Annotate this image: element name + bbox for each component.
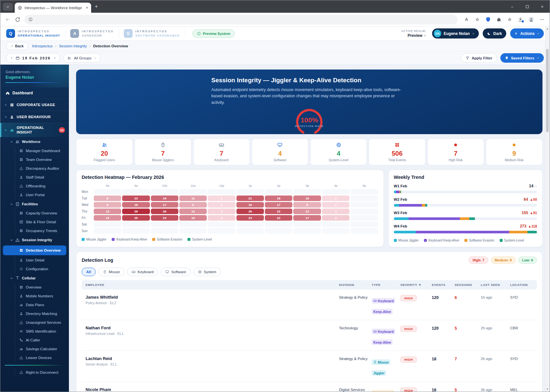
sidebar-item-offboarding[interactable]: Offboarding [0, 182, 69, 191]
heatmap-cell[interactable]: 19 [151, 196, 178, 201]
heatmap-cell[interactable]: 3 [208, 215, 235, 221]
sidebar-item-configuration[interactable]: Configuration [0, 265, 69, 274]
sidebar-item-capacity-overview[interactable]: Capacity Overview [0, 209, 69, 218]
heatmap-cell[interactable]: 17 [151, 202, 178, 208]
heatmap-cell[interactable]: 22 [265, 215, 292, 221]
address-bar[interactable] [24, 15, 458, 24]
heatmap-cell[interactable]: 23 [122, 196, 150, 201]
severity-count-high[interactable]: High: 7 [469, 257, 488, 264]
severity-count-medium[interactable]: Medium: 9 [491, 257, 516, 264]
heatmap-cell[interactable]: 13 [293, 209, 321, 214]
column-header-type[interactable]: TYPE [372, 283, 398, 287]
actions-button[interactable]: Actions [510, 28, 544, 39]
chevron-left-icon[interactable] [10, 56, 13, 59]
heatmap-cell[interactable]: 2 [322, 196, 349, 201]
breadcrumb-session-integrity[interactable]: Session Integrity [59, 44, 87, 48]
sidebar-item-ai-caller[interactable]: AI Caller [0, 336, 69, 345]
profile-icon[interactable] [528, 16, 534, 23]
log-filter-mouse[interactable]: Mouse [98, 268, 125, 276]
sidebar-item-detection-overview[interactable]: Detection Overview [3, 245, 66, 255]
apply-filter-button[interactable]: Apply Filter [461, 53, 497, 63]
logo-software-assurance[interactable]: S INTROSPECTUS SOFTWARE ASSURANCE [124, 29, 185, 38]
scrollbar-thumb[interactable] [546, 49, 549, 132]
favorite-star-icon[interactable]: ☆ [474, 16, 480, 23]
sidebar-item-corporate-usage[interactable]: CORPORATE USAGE [0, 99, 69, 111]
sidebar-item-leaver-devices[interactable]: Leaver Devices [0, 353, 69, 362]
heatmap-cell[interactable]: 16 [293, 196, 321, 201]
sidebar-item-team-overview[interactable]: Team Overview [0, 155, 69, 164]
heatmap-cell[interactable]: 22 [265, 209, 292, 214]
heatmap-cell[interactable]: 8 [293, 202, 321, 208]
maximize-button[interactable] [520, 0, 535, 13]
heatmap-cell[interactable]: 18 [265, 196, 292, 201]
tab-actions-button[interactable] [3, 3, 13, 11]
heatmap-cell[interactable]: 9 [179, 202, 207, 208]
column-header-sessions[interactable]: SESSIONS [455, 283, 478, 287]
heatmap-cell[interactable]: 3 [208, 209, 235, 214]
refresh-icon[interactable] [15, 17, 21, 23]
column-header-employee[interactable]: EMPLOYEE [86, 283, 336, 287]
log-filter-system[interactable]: System [193, 268, 221, 276]
sidebar-item-sms-identification[interactable]: SMS Identification [0, 327, 69, 336]
sidebar-item-manager-dashboard[interactable]: Manager Dashboard [0, 147, 69, 155]
heatmap-cell[interactable]: 26 [236, 209, 264, 214]
column-header-division[interactable]: DIVISION [339, 283, 369, 287]
heatmap-cell[interactable]: 13 [179, 209, 207, 214]
column-header-events[interactable]: EVENTS [432, 283, 452, 287]
heatmap-cell[interactable]: 17 [265, 202, 292, 208]
favorites-bar-icon[interactable]: ☆ [507, 16, 513, 23]
new-tab-button[interactable]: + [95, 3, 98, 10]
sidebar-item-dashboard[interactable]: Dashboard [0, 87, 69, 99]
more-menu-icon[interactable]: ⋯ [539, 16, 545, 23]
close-button[interactable]: × [535, 0, 550, 13]
heatmap-cell[interactable]: 11 [179, 196, 207, 201]
stat-flagged-users[interactable]: 20 Flagged Users [76, 139, 133, 165]
chevron-right-icon[interactable] [53, 56, 56, 59]
dark-mode-button[interactable]: Dark [483, 28, 506, 39]
date-picker[interactable]: 19 Feb 2026 [6, 53, 60, 63]
table-row-lachlan-reid[interactable]: Lachlan ReidSenior Analyst · EL1 Strateg… [82, 351, 537, 382]
user-menu-button[interactable]: EN Eugene Nolan [432, 28, 479, 39]
heatmap-cell[interactable]: 23 [236, 215, 264, 221]
heatmap-cell[interactable]: 2 [208, 202, 235, 208]
site-info-icon[interactable] [28, 17, 33, 22]
heatmap-cell[interactable]: 21 [236, 196, 264, 201]
sidebar-item-overview[interactable]: Overview [0, 283, 69, 292]
stat-high-risk[interactable]: 7 High Risk [428, 139, 484, 165]
log-filter-all[interactable]: All [82, 268, 96, 276]
heatmap-cell[interactable]: 29 [122, 209, 150, 214]
column-header-last-seen[interactable]: LAST SEEN [481, 283, 508, 287]
heatmap-cell[interactable]: 13 [94, 209, 121, 214]
heatmap-cell[interactable]: 4 [322, 215, 349, 221]
table-row-nathan-ford[interactable]: Nathan FordInfrastructure Lead · EL1 Tec… [82, 320, 537, 351]
sidebar-item-unassigned-services[interactable]: Unassigned Services [0, 318, 69, 327]
back-button[interactable]: Back [6, 42, 28, 50]
sidebar-item-operational-insight[interactable]: OPERATIONAL INSIGHT15 [0, 123, 69, 137]
group-select[interactable]: All Groups [63, 53, 101, 63]
heatmap-cell[interactable]: 2 [322, 202, 349, 208]
heatmap-cell[interactable]: 19 [236, 202, 264, 208]
sidebar-item-workforce[interactable]: Workforce [0, 137, 69, 147]
stat-system-level[interactable]: 4 System-Level [310, 139, 367, 165]
sidebar-item-facilities[interactable]: Facilities [0, 199, 69, 209]
sidebar-item-occupancy-trends[interactable]: Occupancy Trends [0, 227, 69, 235]
read-aloud-icon[interactable]: A [463, 16, 470, 23]
heatmap-cell[interactable]: 13 [94, 215, 121, 221]
heatmap-cell[interactable]: 23 [151, 215, 178, 221]
sidebar-item-directory-matching[interactable]: Directory Matching [0, 309, 69, 318]
browser-shield-icon[interactable] [485, 16, 491, 23]
tab-close-icon[interactable]: × [86, 6, 88, 10]
sidebar-item-mobile-numbers[interactable]: Mobile Numbers [0, 292, 69, 301]
sidebar-item-staff-detail[interactable]: Staff Detail [0, 173, 69, 182]
heatmap-cell[interactable]: 18 [122, 202, 150, 208]
back-icon[interactable] [5, 17, 11, 23]
sidebar-item-savings-calculator[interactable]: Savings Calculator [0, 345, 69, 353]
sidebar-item-site-floor-detail[interactable]: Site & Floor Detail [0, 218, 69, 227]
heatmap-cell[interactable]: 25 [122, 215, 150, 221]
severity-count-low[interactable]: Low: 6 [518, 257, 537, 264]
heatmap-cell[interactable]: 3 [322, 209, 349, 214]
table-row-james-whitfield[interactable]: James WhitfieldPolicy Advisor · EL2 Stra… [82, 290, 537, 320]
stat-medium-risk[interactable]: 9 Medium Risk [486, 139, 542, 165]
sidebar-item-session-integrity[interactable]: Session Integrity [0, 235, 69, 245]
saved-filters-button[interactable]: Saved Filters [500, 53, 544, 63]
